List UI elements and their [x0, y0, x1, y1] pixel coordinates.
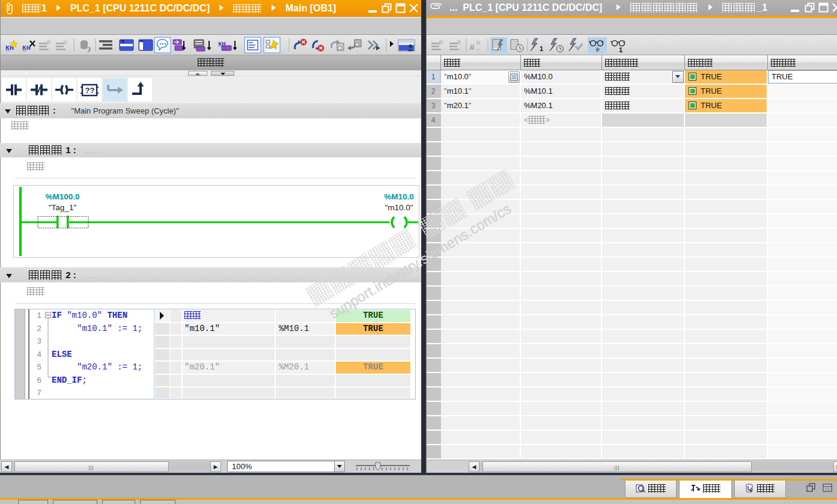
svg-text:%M10.0: %M10.0: [384, 192, 414, 201]
svg-text:"m10.0": "m10.0": [385, 203, 413, 212]
svg-text:ĸ̲ʜ: ĸ̲ʜ: [22, 43, 31, 52]
svg-text:%M100.0: %M100.0: [45, 192, 79, 201]
svg-text:ii: ii: [470, 43, 475, 52]
svg-text:1: 1: [540, 45, 543, 52]
svg-text:1: 1: [619, 46, 622, 53]
svg-text:??: ??: [85, 86, 95, 95]
svg-text:"Tag_1": "Tag_1": [49, 203, 77, 212]
